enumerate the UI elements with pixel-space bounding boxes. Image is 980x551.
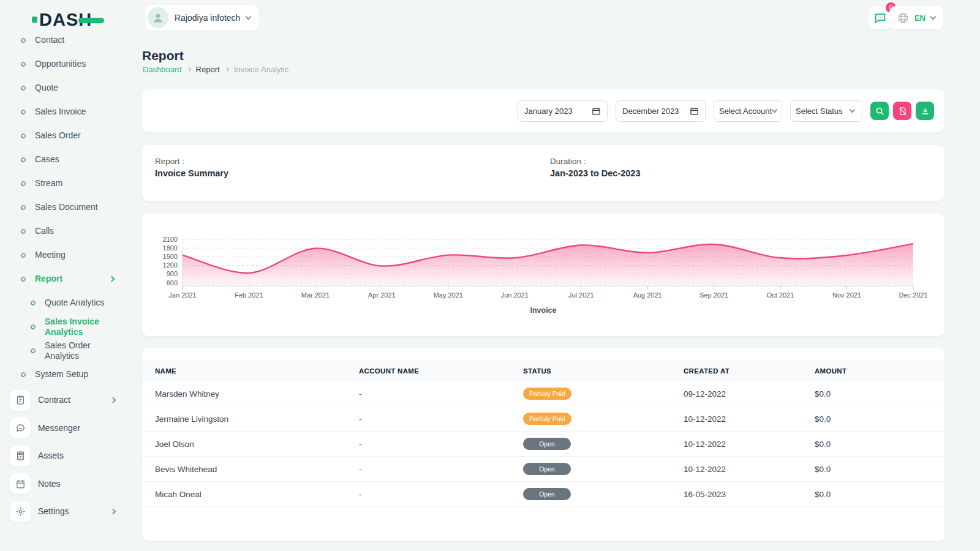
sidebar-item-sales-order[interactable]: Sales Order <box>0 124 132 148</box>
svg-text:Aug 2021: Aug 2021 <box>633 291 662 299</box>
invoice-area-chart: 6009001200150018002100Jan 2021Feb 2021Ma… <box>146 233 936 315</box>
svg-text:Jun 2021: Jun 2021 <box>501 291 529 299</box>
end-date-input[interactable]: December 2023 <box>616 100 706 122</box>
cell-account: - <box>359 457 523 482</box>
col-account-name: ACCOUNT NAME <box>359 361 523 381</box>
reset-button[interactable] <box>893 102 911 120</box>
breadcrumb-item[interactable]: Dashboard <box>143 65 182 74</box>
globe-icon <box>897 12 909 24</box>
table-row: Marsden Whitney - Partialy Paid 09-12-20… <box>142 381 944 407</box>
svg-text:May 2021: May 2021 <box>434 291 463 299</box>
sidebar-item-contract[interactable]: Contract <box>0 386 132 414</box>
company-dropdown[interactable]: Rajodiya infotech <box>145 5 259 31</box>
bullet-icon <box>29 347 36 354</box>
sidebar-item-sales-invoice[interactable]: Sales Invoice <box>0 100 132 124</box>
cell-created: 09-12-2022 <box>684 381 815 407</box>
sidebar-item-sales-document[interactable]: Sales Document <box>0 195 132 219</box>
chevron-down-icon <box>930 14 937 20</box>
cell-created: 10-12-2022 <box>684 407 815 432</box>
status-select[interactable]: Select Status <box>790 100 862 122</box>
sidebar-item-system-setup[interactable]: System Setup <box>0 362 132 386</box>
sidebar-item-opportunities[interactable]: Opportunities <box>0 52 132 76</box>
start-date-value: January 2023 <box>524 107 573 116</box>
invoice-table: NAME ACCOUNT NAME STATUS CREATED AT AMOU… <box>142 361 944 507</box>
cell-amount: $0.0 <box>815 482 944 507</box>
col-amount: AMOUNT <box>815 361 944 381</box>
cell-account: - <box>359 432 523 457</box>
person-icon <box>152 12 164 24</box>
cell-name: Marsden Whitney <box>142 381 359 407</box>
sidebar-item-quote-analytics[interactable]: Quote Analytics <box>0 291 132 315</box>
sidebar: ContactOpportunitiesQuoteSales InvoiceSa… <box>0 32 132 551</box>
cell-status: Open <box>523 432 684 457</box>
sidebar-item-label: Opportunities <box>35 59 86 69</box>
page-title: Report <box>142 48 184 63</box>
bullet-icon <box>20 37 26 43</box>
bullet-icon <box>29 299 36 306</box>
status-select-value: Select Status <box>796 107 843 116</box>
sidebar-item-calls[interactable]: Calls <box>0 219 132 243</box>
sidebar-item-quote[interactable]: Quote <box>0 76 132 100</box>
table-row: Joel Olson - Open 10-12-2022 $0.0 <box>142 432 944 457</box>
cell-name: Joel Olson <box>142 432 359 457</box>
svg-text:Dec 2021: Dec 2021 <box>899 291 927 299</box>
sidebar-item-notes[interactable]: Notes <box>0 470 132 498</box>
bullet-icon <box>20 276 26 282</box>
cell-account: - <box>359 482 523 507</box>
sidebar-item-settings[interactable]: Settings <box>0 498 132 526</box>
table-row: Jermaine Livingston - Partialy Paid 10-1… <box>142 407 944 432</box>
cell-status: Partialy Paid <box>523 407 684 432</box>
cell-name: Jermaine Livingston <box>142 407 359 432</box>
table-header-row: NAME ACCOUNT NAME STATUS CREATED AT AMOU… <box>142 361 944 381</box>
report-summary-card: Report : Invoice Summary Duration : Jan-… <box>142 145 944 201</box>
app-logo[interactable]: DASH <box>32 8 104 31</box>
account-select[interactable]: Select Account <box>714 100 782 122</box>
bullet-icon <box>20 108 26 115</box>
messages-button[interactable]: 0 <box>869 6 892 29</box>
sidebar-item-assets[interactable]: Assets <box>0 442 132 470</box>
col-created-at: CREATED AT <box>684 361 815 381</box>
sidebar-item-stream[interactable]: Stream <box>0 171 132 195</box>
chevron-right-icon <box>110 397 116 403</box>
report-value: Invoice Summary <box>155 168 228 178</box>
sidebar-item-cases[interactable]: Cases <box>0 148 132 171</box>
sidebar-item-sales-order-analytics[interactable]: Sales Order Analytics <box>0 339 132 362</box>
svg-text:Mar 2021: Mar 2021 <box>301 291 330 299</box>
search-button[interactable] <box>870 102 889 120</box>
calendar-icon <box>592 107 601 116</box>
sidebar-item-meeting[interactable]: Meeting <box>0 243 132 267</box>
settings-icon <box>10 501 31 522</box>
notes-icon <box>10 473 31 494</box>
table-row: Bevis Whitehead - Open 10-12-2022 $0.0 <box>142 457 944 482</box>
assets-icon <box>10 446 31 467</box>
bullet-icon <box>29 323 36 330</box>
sidebar-item-sales-invoice-analytics[interactable]: Sales Invoice Analytics <box>0 315 132 339</box>
sidebar-item-report[interactable]: Report <box>0 267 132 291</box>
chevron-right-icon <box>109 276 115 282</box>
sidebar-item-label: Sales Order <box>35 130 81 141</box>
sidebar-item-label: Messenger <box>38 423 80 433</box>
language-dropdown[interactable]: EN <box>889 6 943 29</box>
cell-created: 10-12-2022 <box>684 457 815 482</box>
sidebar-item-label: Contact <box>35 35 64 45</box>
chevron-down-icon <box>850 107 856 113</box>
sidebar-item-label: Settings <box>38 506 69 517</box>
sidebar-item-messenger[interactable]: Messenger <box>0 414 132 443</box>
cell-name: Micah Oneal <box>142 482 359 507</box>
sidebar-item-label: System Setup <box>35 369 88 380</box>
sidebar-item-label: Quote <box>35 83 58 93</box>
language-code: EN <box>914 13 925 23</box>
cell-status: Open <box>523 482 684 507</box>
bullet-icon <box>20 61 26 67</box>
sidebar-item-contact[interactable]: Contact <box>0 32 132 52</box>
cell-name: Bevis Whitehead <box>142 457 359 482</box>
sidebar-item-label: Contract <box>38 395 70 405</box>
start-date-input[interactable]: January 2023 <box>518 100 608 122</box>
sidebar-item-label: Cases <box>35 154 59 165</box>
svg-text:Apr 2021: Apr 2021 <box>368 291 396 299</box>
invoice-chart-card: 6009001200150018002100Jan 2021Feb 2021Ma… <box>142 214 944 336</box>
sidebar-item-label: Sales Document <box>35 202 98 212</box>
download-button[interactable] <box>916 102 934 120</box>
svg-text:Sep 2021: Sep 2021 <box>699 291 728 299</box>
sidebar-item-label: Assets <box>38 451 64 461</box>
